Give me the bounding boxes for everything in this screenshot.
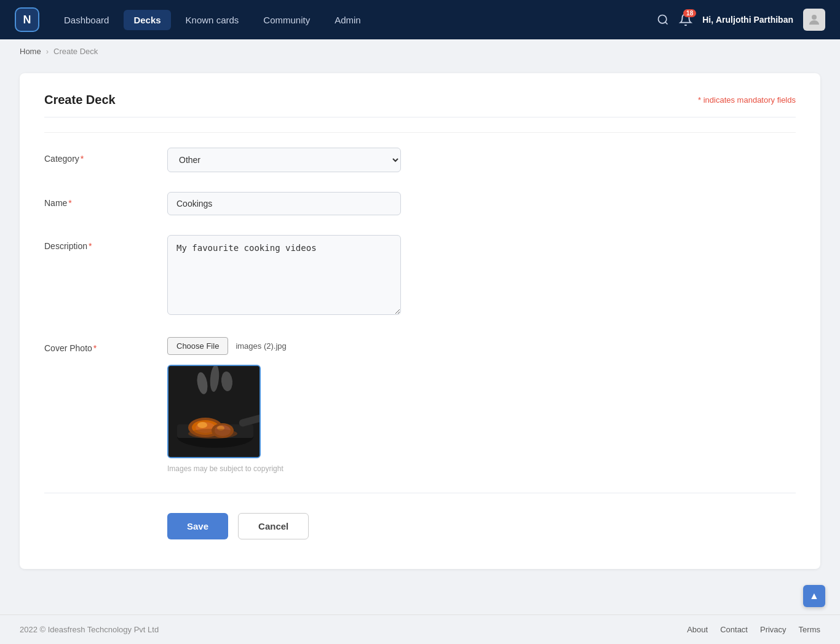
page-title: Create Deck [44,93,116,107]
card-header: Create Deck * indicates mandatory fields [44,93,796,117]
file-name-display: images (2).jpg [236,341,286,351]
app-logo[interactable]: N [15,7,39,32]
create-deck-card: Create Deck * indicates mandatory fields… [20,73,820,569]
breadcrumb-current: Create Deck [53,47,98,56]
category-control: Other Science Math History Language Tech… [167,148,401,172]
category-select[interactable]: Other Science Math History Language Tech… [167,148,401,172]
image-preview [167,365,261,458]
nav-decks[interactable]: Decks [124,10,170,30]
form-actions: Save Cancel [44,493,796,539]
save-button[interactable]: Save [167,513,228,539]
description-control: My favourite cooking videos [167,235,401,317]
description-label: Description* [44,235,167,251]
svg-point-17 [188,429,237,439]
navbar-right: 18 Hi, Aruljothi Parthiban [657,9,825,31]
avatar[interactable] [803,9,825,31]
form-section: Category* Other Science Math History Lan… [44,132,796,473]
description-textarea[interactable]: My favourite cooking videos [167,235,401,315]
notification-badge: 18 [683,9,696,17]
breadcrumb: Home › Create Deck [0,39,840,63]
category-label: Category* [44,148,167,164]
avatar-icon [807,12,822,27]
navbar: N Dashboard Decks Known cards Community … [0,0,840,39]
cover-photo-row: Cover Photo* Choose File images (2).jpg [44,337,796,473]
greeting-text: Hi, [702,15,713,25]
scroll-top-button[interactable]: ▲ [803,585,825,607]
cover-photo-label: Cover Photo* [44,337,167,353]
cooking-image-visual [168,366,260,457]
nav-admin[interactable]: Admin [325,10,371,30]
nav-dashboard[interactable]: Dashboard [54,10,119,30]
name-label: Name* [44,192,167,208]
copyright-note: Images may be subject to copyright [167,464,401,473]
cancel-button[interactable]: Cancel [238,513,309,539]
cooking-svg [168,366,261,458]
nav-community[interactable]: Community [253,10,320,30]
footer-contact[interactable]: Contact [720,625,748,634]
svg-line-1 [665,22,668,25]
footer-copyright: 2022 © Ideasfresh Techcnology Pvt Ltd [20,625,159,634]
nav-links: Dashboard Decks Known cards Community Ad… [54,10,657,30]
breadcrumb-separator: › [46,47,49,56]
svg-point-2 [812,15,817,20]
cover-photo-control: Choose File images (2).jpg [167,337,401,473]
footer-links: About Contact Privacy Terms [687,625,820,634]
footer: 2022 © Ideasfresh Techcnology Pvt Ltd Ab… [0,614,840,644]
mandatory-note: * indicates mandatory fields [698,95,796,105]
breadcrumb-home[interactable]: Home [20,47,41,56]
user-greeting: Hi, Aruljothi Parthiban [702,15,793,25]
name-control [167,192,401,215]
scroll-top-icon: ▲ [809,590,819,602]
main-content: Create Deck * indicates mandatory fields… [0,63,840,614]
nav-known-cards[interactable]: Known cards [176,10,249,30]
search-icon [657,14,669,26]
svg-point-15 [197,422,207,428]
footer-terms[interactable]: Terms [799,625,820,634]
name-row: Name* [44,192,796,215]
footer-privacy[interactable]: Privacy [760,625,787,634]
choose-file-button[interactable]: Choose File [167,337,228,355]
svg-point-0 [659,15,667,23]
category-row: Category* Other Science Math History Lan… [44,148,796,172]
notification-button[interactable]: 18 [679,13,692,26]
file-row: Choose File images (2).jpg [167,337,401,355]
search-button[interactable] [657,14,669,26]
logo-letter: N [23,14,31,26]
footer-about[interactable]: About [687,625,708,634]
name-input[interactable] [167,192,401,215]
description-row: Description* My favourite cooking videos [44,235,796,317]
user-name: Aruljothi Parthiban [716,15,793,25]
